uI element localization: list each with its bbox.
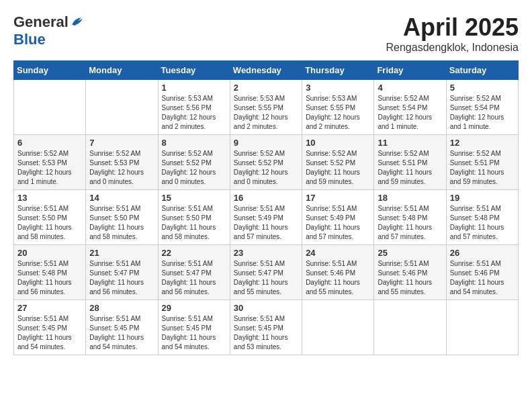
- calendar-cell: 6Sunrise: 5:52 AM Sunset: 5:53 PM Daylig…: [14, 135, 86, 190]
- day-info: Sunrise: 5:53 AM Sunset: 5:55 PM Dayligh…: [234, 94, 298, 132]
- calendar-cell: 13Sunrise: 5:51 AM Sunset: 5:50 PM Dayli…: [14, 190, 86, 245]
- day-info: Sunrise: 5:51 AM Sunset: 5:48 PM Dayligh…: [378, 204, 442, 242]
- day-info: Sunrise: 5:52 AM Sunset: 5:51 PM Dayligh…: [378, 149, 442, 187]
- calendar-header-thursday: Thursday: [302, 61, 374, 80]
- day-info: Sunrise: 5:51 AM Sunset: 5:47 PM Dayligh…: [162, 259, 226, 297]
- day-number: 5: [450, 83, 515, 93]
- calendar-cell: 12Sunrise: 5:52 AM Sunset: 5:51 PM Dayli…: [446, 135, 518, 190]
- day-info: Sunrise: 5:51 AM Sunset: 5:46 PM Dayligh…: [450, 259, 515, 297]
- month-title: April 2025: [386, 13, 519, 42]
- day-number: 22: [162, 248, 226, 258]
- day-info: Sunrise: 5:51 AM Sunset: 5:49 PM Dayligh…: [306, 204, 370, 242]
- day-number: 10: [306, 138, 370, 148]
- day-info: Sunrise: 5:52 AM Sunset: 5:54 PM Dayligh…: [450, 94, 515, 132]
- day-number: 7: [89, 138, 154, 148]
- calendar-cell: 22Sunrise: 5:51 AM Sunset: 5:47 PM Dayli…: [158, 245, 230, 300]
- calendar-cell: 7Sunrise: 5:52 AM Sunset: 5:53 PM Daylig…: [86, 135, 158, 190]
- calendar-cell: 18Sunrise: 5:51 AM Sunset: 5:48 PM Dayli…: [374, 190, 446, 245]
- calendar-header-wednesday: Wednesday: [230, 61, 302, 80]
- day-info: Sunrise: 5:51 AM Sunset: 5:48 PM Dayligh…: [17, 259, 82, 297]
- day-info: Sunrise: 5:52 AM Sunset: 5:51 PM Dayligh…: [450, 149, 515, 187]
- day-number: 9: [234, 138, 298, 148]
- day-number: 12: [450, 138, 515, 148]
- day-info: Sunrise: 5:51 AM Sunset: 5:47 PM Dayligh…: [234, 259, 298, 297]
- day-number: 24: [306, 248, 370, 258]
- day-number: 1: [162, 83, 226, 93]
- calendar-cell: [446, 300, 518, 355]
- calendar-cell: 16Sunrise: 5:51 AM Sunset: 5:49 PM Dayli…: [230, 190, 302, 245]
- calendar-cell: [302, 300, 374, 355]
- calendar-cell: [14, 80, 86, 135]
- calendar-cell: 9Sunrise: 5:52 AM Sunset: 5:52 PM Daylig…: [230, 135, 302, 190]
- day-info: Sunrise: 5:51 AM Sunset: 5:46 PM Dayligh…: [378, 259, 442, 297]
- day-info: Sunrise: 5:51 AM Sunset: 5:50 PM Dayligh…: [162, 204, 226, 242]
- day-info: Sunrise: 5:52 AM Sunset: 5:53 PM Dayligh…: [89, 149, 154, 187]
- day-info: Sunrise: 5:51 AM Sunset: 5:50 PM Dayligh…: [17, 204, 82, 242]
- calendar-cell: 21Sunrise: 5:51 AM Sunset: 5:47 PM Dayli…: [86, 245, 158, 300]
- day-number: 30: [234, 303, 298, 313]
- day-info: Sunrise: 5:52 AM Sunset: 5:52 PM Dayligh…: [234, 149, 298, 187]
- day-info: Sunrise: 5:51 AM Sunset: 5:45 PM Dayligh…: [89, 314, 154, 352]
- calendar-header-sunday: Sunday: [14, 61, 86, 80]
- day-number: 16: [234, 193, 298, 203]
- day-number: 14: [89, 193, 154, 203]
- logo: General Blue: [13, 13, 83, 48]
- day-number: 2: [234, 83, 298, 93]
- day-info: Sunrise: 5:51 AM Sunset: 5:45 PM Dayligh…: [17, 314, 82, 352]
- calendar-cell: 28Sunrise: 5:51 AM Sunset: 5:45 PM Dayli…: [86, 300, 158, 355]
- day-info: Sunrise: 5:52 AM Sunset: 5:52 PM Dayligh…: [306, 149, 370, 187]
- calendar-cell: 23Sunrise: 5:51 AM Sunset: 5:47 PM Dayli…: [230, 245, 302, 300]
- day-info: Sunrise: 5:51 AM Sunset: 5:47 PM Dayligh…: [89, 259, 154, 297]
- calendar-week-row: 20Sunrise: 5:51 AM Sunset: 5:48 PM Dayli…: [14, 245, 519, 300]
- location-title: Rengasdengklok, Indonesia: [386, 42, 519, 54]
- day-number: 3: [306, 83, 370, 93]
- day-info: Sunrise: 5:53 AM Sunset: 5:56 PM Dayligh…: [162, 94, 226, 132]
- calendar-table: SundayMondayTuesdayWednesdayThursdayFrid…: [13, 60, 519, 355]
- calendar-cell: 1Sunrise: 5:53 AM Sunset: 5:56 PM Daylig…: [158, 80, 230, 135]
- calendar-cell: 14Sunrise: 5:51 AM Sunset: 5:50 PM Dayli…: [86, 190, 158, 245]
- day-number: 13: [17, 193, 82, 203]
- day-number: 25: [378, 248, 442, 258]
- day-info: Sunrise: 5:52 AM Sunset: 5:53 PM Dayligh…: [17, 149, 82, 187]
- day-number: 18: [378, 193, 442, 203]
- calendar-header-tuesday: Tuesday: [158, 61, 230, 80]
- calendar-cell: 29Sunrise: 5:51 AM Sunset: 5:45 PM Dayli…: [158, 300, 230, 355]
- calendar-cell: 11Sunrise: 5:52 AM Sunset: 5:51 PM Dayli…: [374, 135, 446, 190]
- logo-general-text: General: [13, 13, 69, 31]
- day-number: 20: [17, 248, 82, 258]
- calendar-cell: 26Sunrise: 5:51 AM Sunset: 5:46 PM Dayli…: [446, 245, 518, 300]
- calendar-header-friday: Friday: [374, 61, 446, 80]
- calendar-cell: 17Sunrise: 5:51 AM Sunset: 5:49 PM Dayli…: [302, 190, 374, 245]
- calendar-cell: [374, 300, 446, 355]
- day-info: Sunrise: 5:51 AM Sunset: 5:45 PM Dayligh…: [162, 314, 226, 352]
- calendar-week-row: 27Sunrise: 5:51 AM Sunset: 5:45 PM Dayli…: [14, 300, 519, 355]
- day-number: 21: [89, 248, 154, 258]
- day-number: 27: [17, 303, 82, 313]
- day-info: Sunrise: 5:53 AM Sunset: 5:55 PM Dayligh…: [306, 94, 370, 132]
- day-number: 19: [450, 193, 515, 203]
- calendar-header-row: SundayMondayTuesdayWednesdayThursdayFrid…: [14, 61, 519, 80]
- day-info: Sunrise: 5:51 AM Sunset: 5:49 PM Dayligh…: [234, 204, 298, 242]
- calendar-cell: 27Sunrise: 5:51 AM Sunset: 5:45 PM Dayli…: [14, 300, 86, 355]
- title-area: April 2025 Rengasdengklok, Indonesia: [386, 13, 519, 54]
- calendar-cell: 8Sunrise: 5:52 AM Sunset: 5:52 PM Daylig…: [158, 135, 230, 190]
- day-number: 15: [162, 193, 226, 203]
- calendar-week-row: 6Sunrise: 5:52 AM Sunset: 5:53 PM Daylig…: [14, 135, 519, 190]
- calendar-header-saturday: Saturday: [446, 61, 518, 80]
- day-number: 6: [17, 138, 82, 148]
- calendar-cell: 2Sunrise: 5:53 AM Sunset: 5:55 PM Daylig…: [230, 80, 302, 135]
- day-info: Sunrise: 5:51 AM Sunset: 5:46 PM Dayligh…: [306, 259, 370, 297]
- calendar-cell: 19Sunrise: 5:51 AM Sunset: 5:48 PM Dayli…: [446, 190, 518, 245]
- logo-bird-icon: [70, 15, 83, 29]
- calendar-header-monday: Monday: [86, 61, 158, 80]
- day-number: 4: [378, 83, 442, 93]
- header: General Blue April 2025 Rengasdengklok, …: [13, 13, 519, 54]
- day-info: Sunrise: 5:51 AM Sunset: 5:48 PM Dayligh…: [450, 204, 515, 242]
- calendar-cell: 24Sunrise: 5:51 AM Sunset: 5:46 PM Dayli…: [302, 245, 374, 300]
- day-info: Sunrise: 5:51 AM Sunset: 5:50 PM Dayligh…: [89, 204, 154, 242]
- day-info: Sunrise: 5:52 AM Sunset: 5:54 PM Dayligh…: [378, 94, 442, 132]
- day-number: 26: [450, 248, 515, 258]
- calendar-cell: 5Sunrise: 5:52 AM Sunset: 5:54 PM Daylig…: [446, 80, 518, 135]
- calendar-week-row: 13Sunrise: 5:51 AM Sunset: 5:50 PM Dayli…: [14, 190, 519, 245]
- calendar-cell: 15Sunrise: 5:51 AM Sunset: 5:50 PM Dayli…: [158, 190, 230, 245]
